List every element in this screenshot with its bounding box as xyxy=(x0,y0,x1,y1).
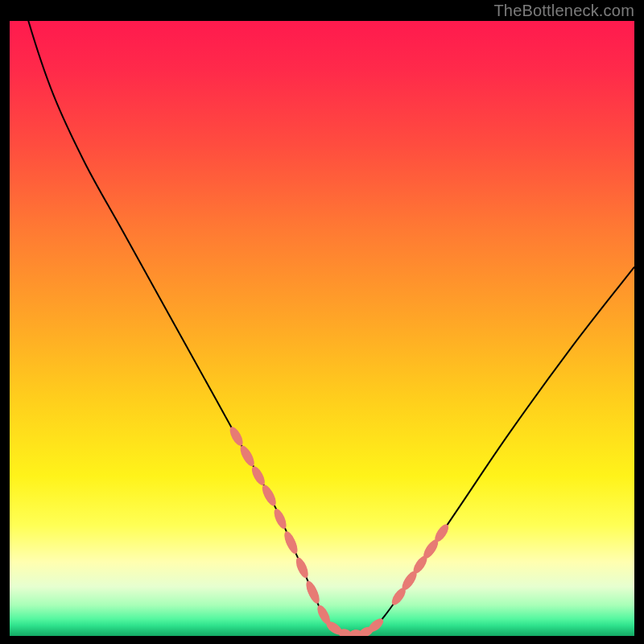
curve-dot xyxy=(272,507,289,530)
bottleneck-curve-path xyxy=(10,21,634,635)
curve-dot xyxy=(227,425,245,448)
curve-dot xyxy=(294,556,311,580)
dot-layer xyxy=(227,425,451,636)
curve-dot xyxy=(250,464,267,487)
watermark-text: TheBottleneck.com xyxy=(493,2,634,20)
chart-svg xyxy=(10,21,634,636)
chart-plot-area xyxy=(10,21,634,636)
